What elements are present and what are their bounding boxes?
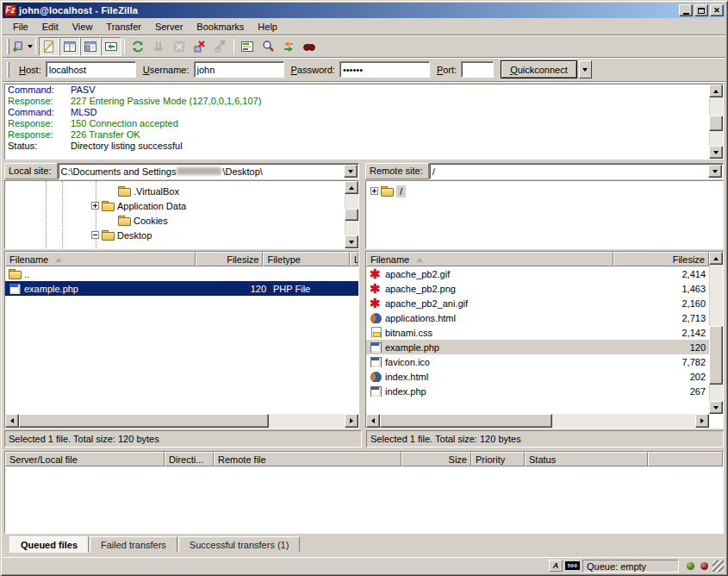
pane-splitter[interactable] xyxy=(359,251,365,429)
column-header-remote-file[interactable]: Remote file xyxy=(214,452,401,466)
resize-grip[interactable] xyxy=(712,560,724,572)
log-scrollbar[interactable] xyxy=(709,85,723,159)
remote-directory-tree[interactable]: / xyxy=(365,180,724,249)
column-header-filetype[interactable]: Filetype xyxy=(263,252,350,266)
local-site-dropdown-button[interactable] xyxy=(344,165,358,178)
scroll-thumb[interactable] xyxy=(709,116,723,131)
column-header-priority[interactable]: Priority xyxy=(471,452,525,466)
file-row[interactable]: .. xyxy=(5,266,358,281)
file-row[interactable]: apache_pb2.png1,463 xyxy=(366,281,709,296)
username-input[interactable] xyxy=(194,61,284,78)
file-row[interactable]: favicon.ico7,782 xyxy=(366,354,709,369)
disconnect-button[interactable] xyxy=(190,37,210,56)
remote-site-dropdown-button[interactable] xyxy=(708,165,722,178)
local-list-hscrollbar[interactable] xyxy=(5,414,358,428)
column-header-filename[interactable]: Filename xyxy=(5,252,196,266)
tree-item-desktop[interactable]: Desktop xyxy=(5,228,358,242)
toolbar-grip[interactable] xyxy=(7,39,9,54)
scroll-right-button[interactable] xyxy=(345,414,358,428)
expander-plus-icon[interactable] xyxy=(370,187,378,195)
menu-view[interactable]: View xyxy=(65,20,100,34)
file-row[interactable]: apache_pb2_ani.gif2,160 xyxy=(366,296,709,310)
scroll-up-button[interactable] xyxy=(345,181,358,194)
scroll-thumb[interactable] xyxy=(709,326,723,385)
toggle-local-tree-button[interactable] xyxy=(59,37,80,56)
column-header-filesize[interactable]: Filesize xyxy=(613,252,709,266)
column-header-status[interactable]: Status xyxy=(525,452,648,466)
quickconnect-grip[interactable] xyxy=(7,62,9,78)
scroll-down-button[interactable] xyxy=(345,235,358,248)
scroll-thumb[interactable] xyxy=(19,414,269,428)
local-tree-scrollbar[interactable] xyxy=(345,181,358,248)
queue-body[interactable] xyxy=(5,466,723,533)
column-header-server-local-file[interactable]: Server/Local file xyxy=(5,452,165,466)
remote-list-hscrollbar[interactable] xyxy=(366,414,709,428)
remote-list-vscrollbar[interactable] xyxy=(709,252,723,414)
column-header-filename[interactable]: Filename xyxy=(366,252,613,266)
column-header-filesize[interactable]: Filesize xyxy=(196,252,263,266)
column-header-direction[interactable]: Directi... xyxy=(165,452,214,466)
menu-bookmarks[interactable]: Bookmarks xyxy=(190,20,251,34)
file-row[interactable]: applications.html2,713 xyxy=(366,310,709,325)
tree-item-cookies[interactable]: Cookies xyxy=(5,213,358,228)
reconnect-button[interactable] xyxy=(210,37,231,56)
toggle-transfer-queue-button[interactable] xyxy=(101,37,121,56)
scroll-down-button[interactable] xyxy=(709,146,723,159)
directory-listing-filters-button[interactable] xyxy=(237,37,258,56)
file-row-selected[interactable]: example.php 120 PHP File 1 xyxy=(5,281,358,296)
toggle-message-log-button[interactable] xyxy=(39,37,59,56)
tab-failed-transfers[interactable]: Failed transfers xyxy=(90,536,177,552)
scroll-up-button[interactable] xyxy=(709,252,723,265)
file-row[interactable]: index.html202 xyxy=(366,369,709,384)
tree-item-root[interactable]: / xyxy=(366,184,723,198)
menu-server[interactable]: Server xyxy=(148,20,190,34)
column-header-last-modified[interactable]: L xyxy=(350,252,358,266)
quickconnect-dropdown-button[interactable] xyxy=(579,60,592,78)
scroll-down-button[interactable] xyxy=(709,401,723,414)
menu-transfer[interactable]: Transfer xyxy=(99,20,148,34)
port-input[interactable] xyxy=(461,61,494,78)
directory-comparison-button[interactable] xyxy=(258,37,278,56)
local-site-combo[interactable]: C:\Documents and Settings\Desktop\ xyxy=(58,163,359,179)
menu-file[interactable]: File xyxy=(6,20,35,34)
expander-minus-icon[interactable] xyxy=(91,231,99,239)
scroll-thumb[interactable] xyxy=(380,414,552,428)
close-button[interactable] xyxy=(710,4,724,16)
host-input[interactable] xyxy=(46,61,136,78)
refresh-button[interactable] xyxy=(128,37,148,56)
password-input[interactable] xyxy=(339,61,430,78)
column-header-size[interactable]: Size xyxy=(401,452,471,466)
tab-queued-files[interactable]: Queued files xyxy=(9,536,89,552)
pane-splitter[interactable] xyxy=(359,163,365,249)
toggle-remote-tree-button[interactable] xyxy=(80,37,101,56)
site-manager-button[interactable] xyxy=(12,37,33,56)
message-log: Command:PASV Response:227 Entering Passi… xyxy=(4,84,724,160)
local-directory-tree[interactable]: .VirtualBox Application Data Cookies Des… xyxy=(4,180,359,249)
cancel-operation-button[interactable] xyxy=(169,37,190,56)
scroll-up-button[interactable] xyxy=(709,85,723,97)
tree-item-virtualbox[interactable]: .VirtualBox xyxy=(5,184,358,198)
file-row[interactable]: index.php267 xyxy=(366,384,709,398)
scroll-right-button[interactable] xyxy=(695,414,709,428)
find-files-button[interactable] xyxy=(299,37,320,56)
maximize-button[interactable] xyxy=(694,4,708,16)
minimize-button[interactable] xyxy=(679,4,693,16)
synchronized-browsing-button[interactable] xyxy=(278,37,299,56)
file-row-selected-inactive[interactable]: example.php120 xyxy=(366,340,709,354)
quickconnect-button[interactable]: Quickconnect xyxy=(501,60,577,78)
menu-help[interactable]: Help xyxy=(251,20,284,34)
site-manager-dropdown-icon[interactable] xyxy=(28,45,33,48)
process-queue-button[interactable]: ⇊ xyxy=(148,37,169,56)
tab-successful-transfers[interactable]: Successful transfers (1) xyxy=(178,536,301,552)
tree-item-label: / xyxy=(396,185,406,197)
tree-item-application-data[interactable]: Application Data xyxy=(5,198,358,213)
file-row[interactable]: apache_pb2.gif2,414 xyxy=(366,266,709,281)
remote-site-combo[interactable]: / xyxy=(429,163,724,179)
scroll-left-button[interactable] xyxy=(5,414,19,428)
toolbar-separator xyxy=(124,39,125,54)
file-row[interactable]: bitnami.css2,142 xyxy=(366,325,709,340)
scroll-thumb[interactable] xyxy=(345,209,358,221)
expander-plus-icon[interactable] xyxy=(91,202,99,210)
menu-edit[interactable]: Edit xyxy=(35,20,65,34)
scroll-left-button[interactable] xyxy=(366,414,380,428)
